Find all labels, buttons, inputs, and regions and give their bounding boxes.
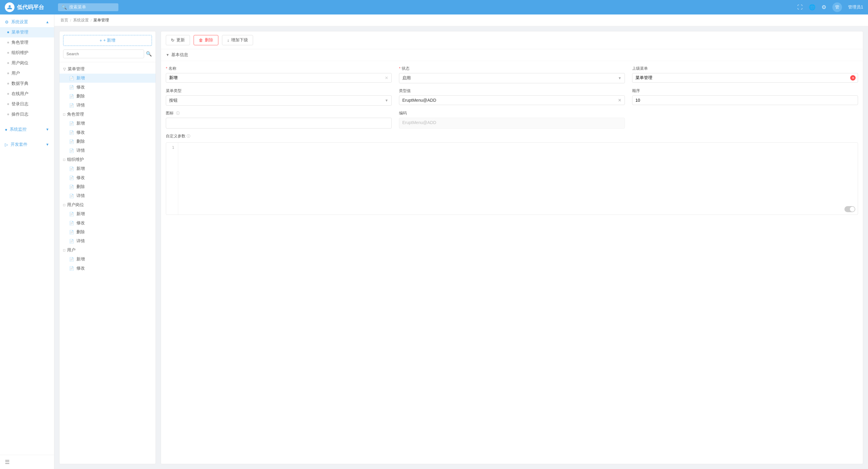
editor-toggle-thumb <box>850 207 855 211</box>
tree-leaf-menu-edit[interactable]: 📄 修改 <box>60 83 156 92</box>
monitor-icon: ● <box>5 127 7 132</box>
breadcrumb-system-settings[interactable]: 系统设置 <box>73 18 89 23</box>
globe-icon[interactable]: 🌐 <box>809 4 815 10</box>
sidebar: ⚙ 系统设置 ▲ 菜单管理 角色管理 组织维护 用户岗位 <box>0 14 54 469</box>
tree-leaf-user-add[interactable]: 📄 新增 <box>60 255 156 264</box>
delete-button[interactable]: 🗑 删除 <box>194 35 218 45</box>
sidebar-menu-icon[interactable]: ☰ <box>5 459 10 465</box>
upper-menu-label: 上级菜单 <box>632 66 858 71</box>
tree-leaf-role-delete[interactable]: 📄 删除 <box>60 137 156 146</box>
tree-leaf-org-detail[interactable]: 📄 详情 <box>60 191 156 200</box>
tree-leaf-role-add[interactable]: 📄 新增 <box>60 119 156 128</box>
sidebar-item-system-monitor[interactable]: ● 系统监控 ▼ <box>0 124 54 135</box>
status-field: 状态 启用 ▼ <box>399 66 625 83</box>
update-button[interactable]: ↻ 更新 <box>166 35 190 45</box>
tree-leaf-org-add[interactable]: 📄 新增 <box>60 164 156 173</box>
group-toggle: □ <box>63 248 65 252</box>
type-value-field: 类型值 EruptMenu@ADD ✕ <box>399 88 625 106</box>
tree-group-role-management[interactable]: □ 角色管理 <box>60 110 156 119</box>
form-section-header: ▼ 基本信息 <box>161 49 863 61</box>
form-toolbar: ↻ 更新 🗑 删除 ↓ 增加下级 <box>161 31 863 49</box>
tree-search-button[interactable]: 🔍 <box>146 51 152 57</box>
section-title: 基本信息 <box>171 52 188 58</box>
settings-icon[interactable]: ⚙ <box>822 4 826 10</box>
dot <box>7 62 9 64</box>
code-editor[interactable]: 1 <box>166 142 858 215</box>
name-input[interactable] <box>169 75 385 80</box>
tree-leaf-menu-delete[interactable]: 📄 删除 <box>60 92 156 101</box>
monitor-arrow: ▼ <box>45 127 49 132</box>
sidebar-section-system: ⚙ 系统设置 ▲ 菜单管理 角色管理 组织维护 用户岗位 <box>0 14 54 122</box>
section-toggle-icon[interactable]: ▼ <box>166 53 169 57</box>
tree-leaf-org-delete[interactable]: 📄 删除 <box>60 182 156 191</box>
global-search[interactable]: 🔍 搜索菜单 <box>58 3 118 11</box>
sidebar-item-role-management[interactable]: 角色管理 <box>0 37 54 48</box>
sidebar-item-user-position[interactable]: 用户岗位 <box>0 58 54 68</box>
tree-leaf-pos-detail[interactable]: 📄 详情 <box>60 237 156 246</box>
left-panel: + + 新增 🔍 ▽ 菜单管理 📄 新增 <box>59 31 156 464</box>
add-new-button[interactable]: + + 新增 <box>63 35 152 46</box>
sidebar-item-user[interactable]: 用户 <box>0 68 54 78</box>
breadcrumb-sep2: / <box>91 18 92 23</box>
name-clear-icon[interactable]: ✕ <box>385 75 389 80</box>
tree-search-input[interactable] <box>63 49 144 58</box>
add-child-button[interactable]: ↓ 增加下级 <box>222 35 253 45</box>
breadcrumb-home[interactable]: 首页 <box>60 18 68 23</box>
editor-toggle[interactable] <box>844 206 855 212</box>
leaf-icon: 📄 <box>69 76 74 80</box>
breadcrumb-sep1: / <box>70 18 71 23</box>
sidebar-section-header-system[interactable]: ⚙ 系统设置 ▲ <box>0 17 54 27</box>
menu-type-select[interactable]: 按钮 ▼ <box>166 95 392 106</box>
tree-leaf-user-edit[interactable]: 📄 修改 <box>60 264 156 273</box>
type-value: EruptMenu@ADD <box>402 98 436 103</box>
upper-menu-input[interactable] <box>632 73 858 83</box>
tree-leaf-label: 修改 <box>76 130 85 135</box>
icon-input[interactable] <box>166 118 392 129</box>
update-icon: ↻ <box>171 38 175 42</box>
right-panel: ↻ 更新 🗑 删除 ↓ 增加下级 ▼ 基本信息 <box>161 31 863 464</box>
group-toggle: □ <box>63 203 65 207</box>
tree-group-menu-management[interactable]: ▽ 菜单管理 <box>60 65 156 74</box>
tree-group-user-position[interactable]: □ 用户岗位 <box>60 200 156 209</box>
tree-leaf-pos-edit[interactable]: 📄 修改 <box>60 219 156 228</box>
order-input[interactable] <box>632 95 858 105</box>
menu-type-arrow-icon: ▼ <box>385 98 389 103</box>
sidebar-item-role-management-label: 角色管理 <box>11 40 28 45</box>
delete-icon: 🗑 <box>199 38 203 42</box>
tree-leaf-role-detail[interactable]: 📄 详情 <box>60 146 156 155</box>
name-label: 名称 <box>166 66 392 71</box>
sidebar-item-online-users[interactable]: 在线用户 <box>0 89 54 99</box>
tree-leaf-label: 详情 <box>76 148 85 153</box>
sidebar-item-menu-management[interactable]: 菜单管理 <box>0 27 54 37</box>
status-select[interactable]: 启用 ▼ <box>399 73 625 83</box>
app-title: 低代码平台 <box>17 4 44 11</box>
name-field: 名称 ✕ <box>166 66 392 83</box>
tree-group-org[interactable]: □ 组织维护 <box>60 155 156 164</box>
sidebar-item-data-dictionary[interactable]: 数据字典 <box>0 78 54 89</box>
tree-leaf-org-edit[interactable]: 📄 修改 <box>60 173 156 182</box>
sidebar-item-dev-kit[interactable]: ▷ 开发套件 ▼ <box>0 139 54 150</box>
type-value-clear-icon[interactable]: ✕ <box>618 98 622 103</box>
code-content[interactable] <box>178 143 858 214</box>
encode-display: EruptMenu@ADD <box>399 118 625 129</box>
tree-leaf-label: 修改 <box>76 175 85 180</box>
sidebar-item-org-maintenance[interactable]: 组织维护 <box>0 48 54 58</box>
upper-menu-clear-button[interactable]: ✕ <box>850 75 856 80</box>
tree-leaf-menu-add[interactable]: 📄 新增 <box>60 74 156 83</box>
sidebar-item-operation-log[interactable]: 操作日志 <box>0 109 54 120</box>
logo-area: 低代码平台 <box>5 2 53 12</box>
tree-leaf-role-edit[interactable]: 📄 修改 <box>60 128 156 137</box>
sidebar-item-menu-management-label: 菜单管理 <box>11 30 28 35</box>
tree-group-user[interactable]: □ 用户 <box>60 246 156 255</box>
tree-leaf-label: 新增 <box>76 121 85 126</box>
tree-leaf-pos-add[interactable]: 📄 新增 <box>60 209 156 219</box>
tree-leaf-label: 新增 <box>76 257 85 262</box>
leaf-icon: 📄 <box>69 94 74 99</box>
sidebar-item-login-log[interactable]: 登录日志 <box>0 99 54 109</box>
header-right: ⛶ 🌐 ⚙ 管 管理员1 <box>797 2 863 12</box>
leaf-icon: 📄 <box>69 121 74 126</box>
tree-leaf-menu-detail[interactable]: 📄 详情 <box>60 101 156 110</box>
fullscreen-icon[interactable]: ⛶ <box>797 4 803 10</box>
type-value-input[interactable]: EruptMenu@ADD ✕ <box>399 95 625 105</box>
tree-leaf-pos-delete[interactable]: 📄 删除 <box>60 228 156 237</box>
